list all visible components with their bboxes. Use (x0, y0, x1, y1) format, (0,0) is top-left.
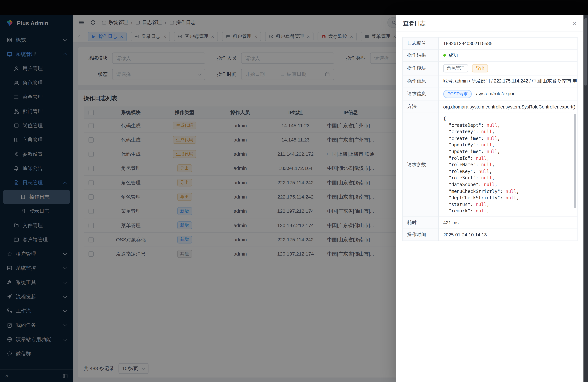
json-null-value: null (476, 202, 486, 207)
success-dot-icon (443, 54, 446, 57)
operation-time-value: 2025-01-24 10:14:13 (439, 229, 577, 241)
field-label: 操作时间 (403, 229, 439, 241)
operation-info-value: 账号: admin / 研发部门 / 222.175.114.242 / 中国|… (439, 75, 577, 87)
json-key: "createDept": (443, 123, 486, 128)
json-null-value: null (486, 149, 497, 154)
json-line: "status": null, (443, 201, 571, 208)
json-comma: , (486, 208, 489, 213)
view-log-drawer: 查看日志 × 日志编号 1882612840802115585 操作结果 成功 … (397, 15, 584, 382)
json-line: "roleId": null, (443, 155, 571, 162)
duration-value: 421 ms (439, 217, 577, 229)
json-comma: , (498, 136, 500, 141)
json-null-value: null (476, 156, 486, 161)
method-value: org.dromara.system.controller.system.Sys… (439, 101, 577, 113)
field-label: 操作模块 (403, 62, 439, 75)
drawer-body: 日志编号 1882612840802115585 操作结果 成功 操作模块 角色… (397, 32, 584, 246)
json-line: "roleSort": null, (443, 175, 571, 182)
drawer-title: 查看日志 (403, 20, 426, 27)
json-key: "createTime": (443, 136, 486, 141)
json-null-value: null (484, 182, 495, 187)
row-request: 请求信息 POST请求 /system/role/export (403, 87, 577, 101)
json-null-value: null (505, 195, 516, 200)
row-params: 请求参数 { "createDept": null, "createBy": n… (403, 113, 577, 217)
json-line: "dataScope": null, (443, 182, 571, 188)
json-comma: , (486, 202, 489, 207)
json-key: "roleName": (443, 162, 481, 168)
json-key: "createBy": (443, 129, 481, 134)
json-line: "createTime": null, (443, 135, 571, 142)
field-label: 请求信息 (403, 87, 439, 101)
json-key: "updateTime": (443, 149, 486, 154)
json-comma: , (498, 123, 500, 128)
row-duration: 耗时 421 ms (403, 217, 577, 229)
json-key: "roleId": (443, 156, 476, 161)
log-details-table: 日志编号 1882612840802115585 操作结果 成功 操作模块 角色… (402, 37, 578, 241)
json-null-value: null (481, 142, 492, 148)
json-line: "roleName": null, (443, 162, 571, 168)
json-key: "updateBy": (443, 142, 481, 148)
json-null-value: null (505, 189, 516, 194)
json-key: "dataScope": (443, 182, 484, 187)
json-comma: , (489, 169, 492, 174)
json-comma: , (486, 156, 489, 161)
json-null-value: null (481, 129, 492, 134)
json-null-value: null (478, 169, 489, 174)
json-comma: , (492, 142, 495, 148)
request-params-json[interactable]: { "createDept": null, "createBy": null, … (439, 113, 577, 216)
request-url: /system/role/export (476, 91, 516, 96)
json-comma: , (492, 162, 495, 168)
field-label: 操作信息 (403, 75, 439, 87)
field-label: 方法 (403, 101, 439, 113)
json-line: "updateBy": null, (443, 142, 571, 149)
code-scrollbar (574, 114, 576, 215)
json-line: "remark": null, (443, 208, 571, 214)
field-label: 操作结果 (403, 49, 439, 61)
post-method-tag: POST请求 (443, 90, 472, 98)
row-result: 操作结果 成功 (403, 49, 577, 61)
page-scrollbar-thumb[interactable] (584, 18, 587, 85)
json-comma: , (516, 189, 519, 194)
log-id-value: 1882612840802115585 (439, 37, 577, 49)
json-key: "roleSort": (443, 175, 481, 181)
request-params-cell: { "createDept": null, "createBy": null, … (439, 113, 577, 217)
field-label: 耗时 (403, 217, 439, 229)
json-line: "createBy": null, (443, 129, 571, 135)
json-null-value: null (476, 208, 486, 213)
row-info: 操作信息 账号: admin / 研发部门 / 222.175.114.242 … (403, 75, 577, 87)
request-info-value: POST请求 /system/role/export (439, 87, 577, 101)
json-line: "menuCheckStrictly": null, (443, 188, 571, 195)
drawer-header: 查看日志 × (397, 15, 584, 32)
json-line: { (443, 116, 571, 122)
json-key: "roleKey": (443, 169, 479, 174)
page-scrollbar[interactable] (583, 15, 588, 382)
json-null-value: null (481, 162, 492, 168)
row-module: 操作模块 角色管理 导出 (403, 62, 577, 75)
row-log-id: 日志编号 1882612840802115585 (403, 37, 577, 49)
json-line: "createDept": null, (443, 122, 571, 129)
export-tag: 导出 (472, 64, 488, 73)
code-scrollbar-thumb[interactable] (574, 114, 576, 208)
json-comma: , (492, 129, 495, 134)
module-tag: 角色管理 (443, 64, 468, 73)
json-key: "remark": (443, 208, 476, 213)
json-comma: , (498, 149, 500, 154)
field-label: 日志编号 (403, 37, 439, 49)
json-key: "menuCheckStrictly": (443, 189, 506, 194)
json-line: "roleKey": null, (443, 169, 571, 175)
json-key: "deptCheckStrictly": (443, 195, 506, 200)
result-value: 成功 (439, 49, 577, 61)
json-null-value: null (486, 136, 497, 141)
close-icon[interactable]: × (573, 20, 577, 27)
json-comma: , (516, 195, 519, 200)
app-root: Plus Admin 概览系统管理用户管理角色管理菜单管理部门管理岗位管理字典管… (0, 0, 588, 382)
json-null-value: null (486, 123, 497, 128)
json-line: "deptCheckStrictly": null, (443, 195, 571, 201)
row-method: 方法 org.dromara.system.controller.system.… (403, 101, 577, 113)
json-key: "status": (443, 202, 476, 207)
json-comma: , (492, 175, 495, 181)
json-null-value: null (481, 175, 492, 181)
json-line: "updateTime": null, (443, 149, 571, 155)
row-time: 操作时间 2025-01-24 10:14:13 (403, 229, 577, 241)
field-label: 请求参数 (403, 113, 439, 217)
json-comma: , (495, 182, 498, 187)
